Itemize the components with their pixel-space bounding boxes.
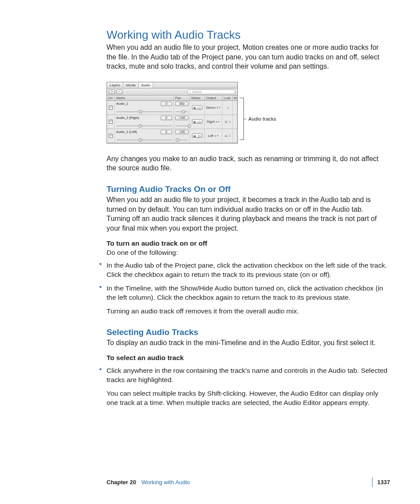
track-name-cell: Audio_2 (Left)0 [115, 129, 174, 143]
track-pan-cell: -100 [174, 129, 190, 143]
remove-button[interactable]: − [116, 89, 122, 94]
level-slider[interactable] [116, 138, 172, 142]
track-end-cell [233, 101, 237, 114]
track-output-cell[interactable]: Stereo▲▼ [205, 101, 222, 114]
level-slider[interactable] [116, 124, 172, 128]
lock-icon[interactable]: △ [227, 106, 229, 109]
track-output-cell[interactable]: Left▲▼ [205, 129, 222, 143]
solo-icon: ▢ [198, 134, 201, 137]
level-value[interactable]: 0 [161, 116, 172, 120]
pan-slider[interactable] [175, 138, 188, 142]
link-icon[interactable]: ⦻ [225, 134, 228, 137]
track-status-cell: ◀▢ [190, 129, 205, 143]
output-label: Right [207, 120, 215, 124]
panel-toolbar: + − ⌕ Search [107, 88, 237, 96]
track-on-cell: ✓ [107, 129, 115, 143]
track-end-cell [233, 115, 237, 129]
callout-label: Audio tracks [248, 116, 276, 121]
mute-solo-toggle[interactable]: ◀▢ [192, 105, 203, 110]
track-name-label: Audio_2 (Left) [116, 130, 137, 134]
section-turning-after: Turning an audio track off removes it fr… [107, 307, 388, 316]
after-figure-paragraph: Any changes you make to an audio track, … [107, 154, 388, 173]
track-lock-cell: ⦻△ [222, 129, 233, 143]
footer-title: Working with Audio [141, 479, 190, 486]
pan-slider[interactable] [175, 124, 188, 128]
pan-value[interactable]: -100 [175, 130, 188, 134]
mute-solo-toggle[interactable]: ◀▢ [192, 133, 203, 138]
column-expand[interactable]: ≫ [233, 96, 237, 100]
solo-icon: ▢ [198, 106, 201, 109]
solo-icon: ▢ [198, 120, 201, 123]
instr-rest: Do one of the following: [107, 249, 178, 256]
activation-checkbox[interactable]: ✓ [109, 106, 113, 110]
tab-audio[interactable]: Audio [139, 82, 153, 88]
level-value[interactable]: 0 [161, 102, 172, 106]
track-status-cell: ◀▢ [190, 101, 205, 114]
intro-paragraph: When you add an audio file to your proje… [107, 43, 388, 71]
lock-icon[interactable]: △ [228, 134, 231, 137]
pan-value[interactable]: 000 [175, 102, 188, 106]
column-header-row: On Name Pan Status Output Lock ≫ [107, 96, 237, 101]
instr-bold: To select an audio track [107, 354, 184, 361]
track-pan-cell: 000 [174, 101, 190, 114]
section-selecting-instructions: To select an audio track [107, 353, 388, 363]
section-selecting-body: To display an audio track in the mini-Ti… [107, 338, 388, 348]
bullet-item: In the Audio tab of the Project pane, cl… [99, 261, 388, 280]
column-lock: Lock [222, 96, 233, 100]
track-end-cell [233, 129, 237, 143]
add-button[interactable]: + [109, 89, 115, 94]
search-placeholder: Search [192, 90, 202, 93]
track-lock-cell: ⦻△ [222, 115, 233, 129]
track-row[interactable]: ✓Audio_2 (Right)0+100◀▢Right▲▼⦻△ [107, 115, 237, 129]
level-slider[interactable] [116, 110, 172, 114]
output-stepper-icon: ▲▼ [214, 135, 219, 136]
track-lock-cell: △ [222, 101, 233, 114]
footer-page-number: 1337 [377, 479, 390, 486]
track-row[interactable]: ✓Audio_2 (Left)0-100◀▢Left▲▼⦻△ [107, 129, 237, 143]
pan-slider[interactable] [175, 110, 188, 114]
tab-layers[interactable]: Layers [107, 82, 123, 88]
column-status: Status [190, 96, 205, 100]
pan-value[interactable]: +100 [175, 116, 188, 120]
footer-rule [372, 477, 372, 487]
figure-callout: Audio tracks [238, 85, 276, 140]
column-output: Output [205, 96, 222, 100]
column-on: On [107, 96, 115, 100]
track-status-cell: ◀▢ [190, 115, 205, 129]
bullet-item: In the Timeline, with the Show/Hide Audi… [99, 284, 388, 302]
section-selecting-bullets: Click anywhere in the row containing the… [107, 366, 388, 385]
activation-checkbox[interactable]: ✓ [109, 134, 113, 138]
mute-solo-toggle[interactable]: ◀▢ [192, 119, 203, 124]
bullet-item: Click anywhere in the row containing the… [99, 366, 388, 385]
level-value[interactable]: 0 [161, 130, 172, 134]
section-turning-bullets: In the Audio tab of the Project pane, cl… [107, 261, 388, 302]
output-stepper-icon: ▲▼ [215, 121, 220, 122]
column-name: Name [115, 96, 174, 100]
audio-panel: Layers Media Audio + − ⌕ Search On Name … [107, 82, 238, 143]
tab-media[interactable]: Media [123, 82, 139, 88]
activation-checkbox[interactable]: ✓ [109, 120, 113, 124]
search-icon: ⌕ [189, 90, 191, 93]
tracks-list: ✓Audio_10000◀▢Stereo▲▼△✓Audio_2 (Right)0… [107, 101, 237, 143]
document-page: Working with Audio Tracks When you add a… [0, 0, 420, 408]
mute-icon: ◀ [193, 120, 195, 123]
footer-chapter: Chapter 20 [107, 479, 136, 486]
lock-icon[interactable]: △ [228, 120, 231, 123]
callout-brace [239, 98, 244, 140]
track-row[interactable]: ✓Audio_10000◀▢Stereo▲▼△ [107, 101, 237, 115]
section-selecting-heading: Selecting Audio Tracks [107, 327, 388, 337]
track-output-cell[interactable]: Right▲▼ [205, 115, 222, 129]
track-on-cell: ✓ [107, 115, 115, 129]
mute-icon: ◀ [193, 134, 195, 137]
track-pan-cell: +100 [174, 115, 190, 129]
track-name-label: Audio_1 [116, 102, 129, 106]
section-selecting-after: You can select multiple tracks by Shift-… [107, 389, 388, 408]
output-label: Stereo [206, 106, 215, 110]
section-turning-instructions: To turn an audio track on or off Do one … [107, 239, 388, 258]
output-stepper-icon: ▲▼ [217, 107, 221, 108]
track-name-cell: Audio_10 [115, 101, 174, 114]
search-field[interactable]: ⌕ Search [187, 89, 236, 94]
output-label: Left [208, 134, 214, 138]
link-icon[interactable]: ⦻ [225, 120, 228, 123]
panel-tabs: Layers Media Audio [107, 82, 237, 88]
